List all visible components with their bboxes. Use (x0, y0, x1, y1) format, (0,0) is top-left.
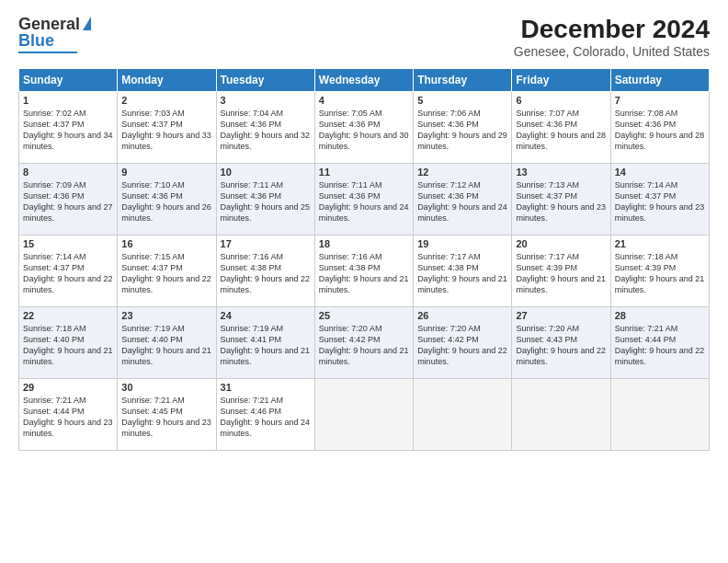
cell-info: Sunrise: 7:11 AMSunset: 4:36 PMDaylight:… (221, 180, 311, 223)
logo-underline (18, 52, 77, 53)
table-row: 19 Sunrise: 7:17 AMSunset: 4:38 PMDaylig… (414, 236, 512, 307)
cell-info: Sunrise: 7:16 AMSunset: 4:38 PMDaylight:… (221, 252, 311, 294)
table-row: 25 Sunrise: 7:20 AMSunset: 4:42 PMDaylig… (314, 307, 413, 379)
col-sunday: Sunday (19, 69, 118, 92)
cell-info: Sunrise: 7:17 AMSunset: 4:39 PMDaylight:… (516, 252, 606, 294)
table-row: 20 Sunrise: 7:17 AMSunset: 4:39 PMDaylig… (512, 236, 610, 307)
col-saturday: Saturday (610, 69, 709, 92)
cell-info: Sunrise: 7:17 AMSunset: 4:38 PMDaylight:… (417, 252, 507, 294)
day-number: 19 (417, 238, 507, 249)
calendar-week-3: 15 Sunrise: 7:14 AMSunset: 4:37 PMDaylig… (19, 236, 710, 307)
day-number: 7 (615, 95, 705, 106)
cell-info: Sunrise: 7:19 AMSunset: 4:41 PMDaylight:… (221, 324, 311, 366)
table-row: 23 Sunrise: 7:19 AMSunset: 4:40 PMDaylig… (118, 307, 216, 379)
logo-blue: Blue (18, 31, 54, 51)
day-number: 11 (319, 167, 409, 178)
cell-info: Sunrise: 7:21 AMSunset: 4:44 PMDaylight:… (23, 396, 113, 438)
table-row: 26 Sunrise: 7:20 AMSunset: 4:42 PMDaylig… (414, 307, 512, 379)
day-number: 20 (516, 238, 606, 249)
table-row: 18 Sunrise: 7:16 AMSunset: 4:38 PMDaylig… (314, 236, 413, 307)
day-number: 15 (23, 238, 113, 249)
cell-info: Sunrise: 7:09 AMSunset: 4:36 PMDaylight:… (23, 180, 113, 223)
day-number: 23 (121, 310, 211, 321)
day-number: 16 (121, 238, 211, 249)
table-row: 12 Sunrise: 7:12 AMSunset: 4:36 PMDaylig… (414, 164, 512, 236)
logo: General Blue (18, 15, 91, 53)
day-number: 24 (221, 310, 311, 321)
cell-info: Sunrise: 7:10 AMSunset: 4:36 PMDaylight:… (121, 180, 211, 223)
cell-info: Sunrise: 7:14 AMSunset: 4:37 PMDaylight:… (615, 180, 705, 223)
calendar-week-5: 29 Sunrise: 7:21 AMSunset: 4:44 PMDaylig… (19, 379, 710, 451)
table-row: 24 Sunrise: 7:19 AMSunset: 4:41 PMDaylig… (216, 307, 314, 379)
table-row (610, 379, 709, 451)
calendar-week-4: 22 Sunrise: 7:18 AMSunset: 4:40 PMDaylig… (19, 307, 710, 379)
day-number: 13 (516, 167, 606, 178)
table-row: 10 Sunrise: 7:11 AMSunset: 4:36 PMDaylig… (216, 164, 314, 236)
col-monday: Monday (118, 69, 216, 92)
cell-info: Sunrise: 7:21 AMSunset: 4:44 PMDaylight:… (615, 324, 705, 366)
day-number: 18 (319, 238, 409, 249)
cell-info: Sunrise: 7:02 AMSunset: 4:37 PMDaylight:… (23, 109, 113, 151)
table-row: 9 Sunrise: 7:10 AMSunset: 4:36 PMDayligh… (118, 164, 216, 236)
day-number: 30 (121, 382, 211, 393)
day-number: 27 (516, 310, 606, 321)
day-number: 21 (615, 238, 705, 249)
cell-info: Sunrise: 7:21 AMSunset: 4:45 PMDaylight:… (121, 396, 211, 438)
cell-info: Sunrise: 7:04 AMSunset: 4:36 PMDaylight:… (221, 109, 311, 151)
calendar-header-row: Sunday Monday Tuesday Wednesday Thursday… (19, 69, 710, 92)
page: General Blue December 2024 Genesee, Colo… (0, 0, 728, 563)
cell-info: Sunrise: 7:06 AMSunset: 4:36 PMDaylight:… (417, 109, 507, 151)
table-row: 2 Sunrise: 7:03 AMSunset: 4:37 PMDayligh… (118, 92, 216, 164)
table-row (314, 379, 413, 451)
cell-info: Sunrise: 7:21 AMSunset: 4:46 PMDaylight:… (221, 396, 311, 438)
table-row: 13 Sunrise: 7:13 AMSunset: 4:37 PMDaylig… (512, 164, 610, 236)
table-row: 16 Sunrise: 7:15 AMSunset: 4:37 PMDaylig… (118, 236, 216, 307)
header: General Blue December 2024 Genesee, Colo… (18, 15, 710, 59)
calendar-table: Sunday Monday Tuesday Wednesday Thursday… (18, 68, 710, 451)
table-row: 7 Sunrise: 7:08 AMSunset: 4:36 PMDayligh… (610, 92, 709, 164)
col-wednesday: Wednesday (314, 69, 413, 92)
day-number: 10 (221, 167, 311, 178)
day-number: 8 (23, 167, 113, 178)
logo-triangle-icon (83, 17, 91, 30)
table-row: 14 Sunrise: 7:14 AMSunset: 4:37 PMDaylig… (610, 164, 709, 236)
table-row: 21 Sunrise: 7:18 AMSunset: 4:39 PMDaylig… (610, 236, 709, 307)
table-row: 31 Sunrise: 7:21 AMSunset: 4:46 PMDaylig… (216, 379, 314, 451)
cell-info: Sunrise: 7:12 AMSunset: 4:36 PMDaylight:… (417, 180, 507, 223)
cell-info: Sunrise: 7:07 AMSunset: 4:36 PMDaylight:… (516, 109, 606, 151)
table-row: 3 Sunrise: 7:04 AMSunset: 4:36 PMDayligh… (216, 92, 314, 164)
table-row: 30 Sunrise: 7:21 AMSunset: 4:45 PMDaylig… (118, 379, 216, 451)
day-number: 5 (417, 95, 507, 106)
table-row: 11 Sunrise: 7:11 AMSunset: 4:36 PMDaylig… (314, 164, 413, 236)
cell-info: Sunrise: 7:14 AMSunset: 4:37 PMDaylight:… (23, 252, 113, 294)
table-row: 5 Sunrise: 7:06 AMSunset: 4:36 PMDayligh… (414, 92, 512, 164)
table-row: 6 Sunrise: 7:07 AMSunset: 4:36 PMDayligh… (512, 92, 610, 164)
cell-info: Sunrise: 7:13 AMSunset: 4:37 PMDaylight:… (516, 180, 606, 223)
calendar-title: December 2024 (514, 15, 710, 44)
cell-info: Sunrise: 7:20 AMSunset: 4:42 PMDaylight:… (417, 324, 507, 366)
day-number: 12 (417, 167, 507, 178)
day-number: 28 (615, 310, 705, 321)
day-number: 25 (319, 310, 409, 321)
cell-info: Sunrise: 7:15 AMSunset: 4:37 PMDaylight:… (121, 252, 211, 294)
day-number: 9 (121, 167, 211, 178)
day-number: 26 (417, 310, 507, 321)
cell-info: Sunrise: 7:18 AMSunset: 4:40 PMDaylight:… (23, 324, 113, 366)
col-tuesday: Tuesday (216, 69, 314, 92)
table-row: 17 Sunrise: 7:16 AMSunset: 4:38 PMDaylig… (216, 236, 314, 307)
col-thursday: Thursday (414, 69, 512, 92)
col-friday: Friday (512, 69, 610, 92)
day-number: 2 (121, 95, 211, 106)
day-number: 1 (23, 95, 113, 106)
table-row: 1 Sunrise: 7:02 AMSunset: 4:37 PMDayligh… (19, 92, 118, 164)
day-number: 14 (615, 167, 705, 178)
table-row (414, 379, 512, 451)
day-number: 6 (516, 95, 606, 106)
calendar-week-2: 8 Sunrise: 7:09 AMSunset: 4:36 PMDayligh… (19, 164, 710, 236)
table-row: 8 Sunrise: 7:09 AMSunset: 4:36 PMDayligh… (19, 164, 118, 236)
table-row: 4 Sunrise: 7:05 AMSunset: 4:36 PMDayligh… (314, 92, 413, 164)
day-number: 4 (319, 95, 409, 106)
cell-info: Sunrise: 7:11 AMSunset: 4:36 PMDaylight:… (319, 180, 409, 223)
day-number: 22 (23, 310, 113, 321)
day-number: 31 (221, 382, 311, 393)
